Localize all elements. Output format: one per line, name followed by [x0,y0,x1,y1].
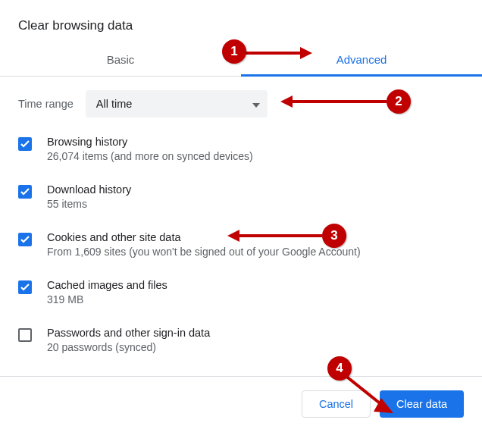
checkbox-download-history[interactable] [18,185,32,199]
tab-advanced[interactable]: Advanced [241,44,482,76]
checkbox-browsing-history[interactable] [18,137,32,151]
time-range-label: Time range [18,98,74,110]
checkbox-passwords[interactable] [18,328,32,342]
annotation-marker-3: 3 [322,224,346,248]
option-title: Cached images and files [47,279,167,291]
option-cached: Cached images and files 319 MB [18,279,464,305]
option-subtitle: 26,074 items (and more on synced devices… [47,150,253,162]
option-title: Passwords and other sign-in data [47,327,210,339]
option-cookies: Cookies and other site data From 1,609 s… [18,231,464,258]
annotation-marker-1: 1 [222,39,246,64]
dialog-footer: Cancel Clear data [0,376,482,431]
annotation-marker-4: 4 [327,356,352,381]
time-range-select[interactable]: All time [86,90,268,117]
chevron-down-icon [252,98,260,110]
option-download-history: Download history 55 items [18,183,464,210]
time-range-value: All time [96,98,133,110]
option-title: Download history [47,183,131,196]
option-title: Browsing history [47,136,253,148]
cancel-button[interactable]: Cancel [302,390,371,418]
option-browsing-history: Browsing history 26,074 items (and more … [18,136,464,162]
option-subtitle: 20 passwords (synced) [47,341,210,353]
annotation-marker-2: 2 [387,89,411,114]
option-subtitle: 55 items [47,198,131,210]
option-subtitle: 319 MB [47,293,167,305]
checkbox-cookies[interactable] [18,233,32,246]
option-subtitle: From 1,609 sites (you won't be signed ou… [47,246,361,258]
tab-basic[interactable]: Basic [0,44,241,76]
clear-data-button[interactable]: Clear data [380,390,464,418]
dialog-title: Clear browsing data [0,0,482,44]
option-passwords: Passwords and other sign-in data 20 pass… [18,327,464,353]
option-title: Cookies and other site data [47,231,361,243]
options-scroll-area[interactable]: Time range All time Browsing history 26,… [0,77,482,376]
option-autofill: Autofill form data [18,374,464,376]
option-title: Autofill form data [47,374,130,376]
checkbox-cached[interactable] [18,280,32,294]
